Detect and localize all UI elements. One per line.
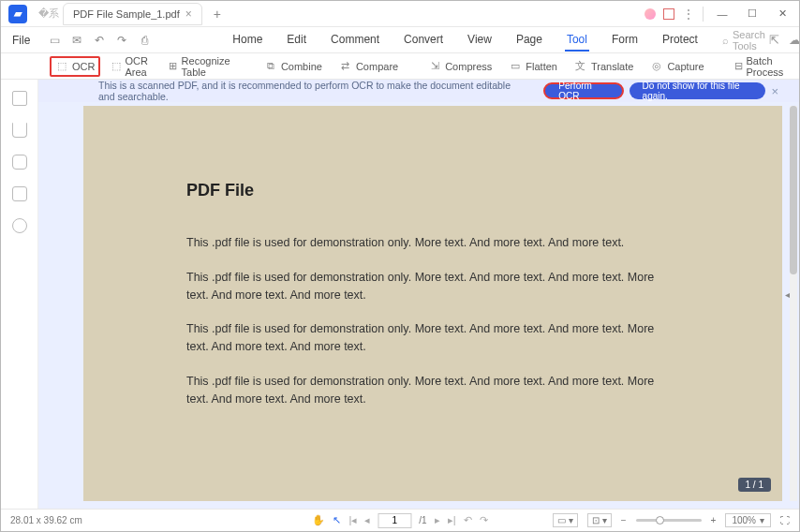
search-icon: ⌕: [722, 35, 729, 46]
left-rail: [1, 80, 38, 509]
ocr-area-button[interactable]: ⬚OCR Area: [106, 52, 156, 81]
menu-protect[interactable]: Protect: [660, 29, 700, 52]
mail-icon[interactable]: ✉: [69, 33, 84, 48]
app-icon: ▰: [8, 5, 27, 23]
perform-ocr-button[interactable]: Perform OCR: [543, 82, 623, 99]
menu-convert[interactable]: Convert: [402, 29, 445, 52]
comments-icon[interactable]: [12, 218, 27, 233]
combine-icon: ⧉: [264, 60, 277, 73]
dismiss-banner-button[interactable]: Do not show for this file again.: [630, 82, 766, 99]
rotate-left-icon[interactable]: ↶: [464, 514, 472, 526]
new-tab-button[interactable]: +: [208, 7, 227, 22]
file-menu[interactable]: File: [7, 32, 36, 49]
prev-page-icon[interactable]: ◂: [364, 514, 370, 526]
chevron-down-icon: ▾: [760, 515, 764, 525]
flatten-button[interactable]: ▭Flatten: [503, 57, 563, 76]
ocr-banner: This is a scanned PDF, and it is recomme…: [38, 80, 799, 102]
zoom-level[interactable]: 100%▾: [725, 513, 771, 527]
hand-tool-icon[interactable]: ✋: [312, 514, 325, 526]
menu-edit[interactable]: Edit: [285, 29, 308, 52]
doc-paragraph: This .pdf file is used for demonstration…: [186, 320, 679, 356]
ocr-button[interactable]: ⬚OCR: [50, 56, 100, 77]
save-icon[interactable]: ▭: [47, 33, 62, 48]
batch-button[interactable]: ⊟Batch Process: [729, 52, 794, 81]
compress-icon: ⇲: [428, 60, 441, 73]
titlebar: ▰ �系 PDF File Sample_1.pdf × + ⋮ — ☐ ✕: [1, 1, 799, 27]
doc-paragraph: This .pdf file is used for demonstration…: [186, 373, 679, 408]
rotate-right-icon[interactable]: ↷: [480, 514, 488, 526]
search-tools[interactable]: ⌕ Search Tools: [722, 29, 765, 52]
document-tab[interactable]: PDF File Sample_1.pdf ×: [63, 3, 202, 25]
statusbar: 28.01 x 39.62 cm ✋ ↖ |◂ ◂ /1 ▸ ▸| ↶ ↷ ▭ …: [1, 509, 799, 531]
toolbar: ⬚OCR ⬚OCR Area ⊞Recognize Table ⧉Combine…: [1, 53, 799, 80]
redo-icon[interactable]: ↷: [114, 33, 129, 48]
recognize-table-button[interactable]: ⊞Recognize Table: [163, 52, 240, 81]
banner-message: This is a scanned PDF, and it is recomme…: [98, 80, 525, 102]
ocr-area-icon: ⬚: [111, 60, 121, 73]
combine-button[interactable]: ⧉Combine: [259, 57, 328, 76]
capture-icon: ◎: [650, 60, 663, 73]
compare-button[interactable]: ⇄Compare: [333, 57, 404, 76]
menu-comment[interactable]: Comment: [329, 29, 381, 52]
page-total: /1: [419, 515, 426, 525]
minimize-button[interactable]: —: [711, 5, 733, 23]
notification-icon[interactable]: [663, 8, 674, 20]
thumbnails-icon[interactable]: [12, 91, 27, 106]
zoom-in-icon[interactable]: +: [711, 515, 717, 525]
menu-form[interactable]: Form: [610, 29, 640, 52]
vertical-scrollbar[interactable]: [790, 106, 797, 501]
tab-close-icon[interactable]: ×: [185, 7, 192, 21]
share-icon[interactable]: ⇱: [769, 33, 779, 47]
last-page-icon[interactable]: ▸|: [448, 514, 456, 526]
batch-icon: ⊟: [734, 60, 743, 73]
menubar: File ▭ ✉ ↶ ↷ ⎙ Home Edit Comment Convert…: [1, 27, 799, 53]
tab-title: PDF File Sample_1.pdf: [73, 8, 180, 20]
next-page-icon[interactable]: ▸: [435, 514, 440, 526]
capture-button[interactable]: ◎Capture: [644, 57, 709, 76]
undo-icon[interactable]: ↶: [92, 33, 107, 48]
tab-save-icon: �系: [38, 7, 59, 21]
cloud-icon[interactable]: ☁: [789, 33, 800, 47]
print-icon[interactable]: ⎙: [137, 33, 152, 48]
zoom-slider[interactable]: [636, 519, 702, 522]
doc-paragraph: This .pdf file is used for demonstration…: [186, 269, 679, 304]
attachments-icon[interactable]: [12, 155, 27, 170]
document-page: PDF File This .pdf file is used for demo…: [83, 106, 782, 501]
maximize-button[interactable]: ☐: [741, 5, 763, 23]
menu-home[interactable]: Home: [230, 29, 264, 52]
banner-close-icon[interactable]: ×: [765, 84, 784, 98]
fullscreen-icon[interactable]: ⛶: [780, 515, 790, 525]
close-button[interactable]: ✕: [771, 5, 793, 23]
menu-tool[interactable]: Tool: [565, 29, 589, 52]
flatten-icon: ▭: [509, 60, 522, 73]
first-page-icon[interactable]: |◂: [348, 514, 357, 526]
page-number-input[interactable]: [378, 513, 411, 528]
page-indicator: 1 / 1: [738, 478, 771, 492]
compare-icon: ⇄: [339, 60, 352, 73]
document-viewport: This is a scanned PDF, and it is recomme…: [38, 80, 799, 509]
right-panel-handle[interactable]: ◂: [784, 280, 790, 308]
ocr-icon: ⬚: [55, 60, 68, 73]
profile-icon[interactable]: [644, 8, 656, 20]
menu-page[interactable]: Page: [514, 29, 544, 52]
more-icon[interactable]: ⋮: [682, 7, 695, 22]
compress-button[interactable]: ⇲Compress: [422, 57, 497, 76]
doc-paragraph: This .pdf file is used for demonstration…: [186, 234, 679, 252]
scrollbar-thumb[interactable]: [790, 106, 797, 274]
layers-icon[interactable]: [12, 186, 27, 201]
fit-mode-icon[interactable]: ⊡ ▾: [587, 513, 612, 527]
table-icon: ⊞: [169, 60, 178, 73]
select-tool-icon[interactable]: ↖: [333, 514, 341, 526]
doc-title: PDF File: [186, 181, 679, 200]
view-mode-icon[interactable]: ▭ ▾: [553, 513, 578, 527]
page-dimensions: 28.01 x 39.62 cm: [10, 515, 82, 525]
main-menu: Home Edit Comment Convert View Page Tool…: [230, 29, 700, 52]
translate-icon: 文: [574, 60, 587, 73]
translate-button[interactable]: 文Translate: [569, 57, 639, 76]
zoom-out-icon[interactable]: −: [621, 515, 627, 525]
menu-view[interactable]: View: [466, 29, 494, 52]
bookmarks-icon[interactable]: [12, 123, 27, 138]
